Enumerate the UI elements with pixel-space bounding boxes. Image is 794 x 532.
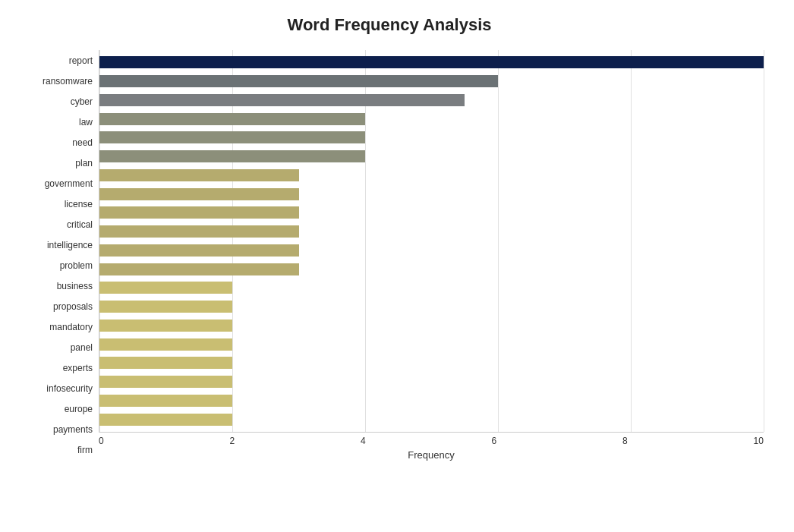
y-axis: reportransomwarecyberlawneedplangovernme… bbox=[15, 50, 99, 461]
bar bbox=[99, 263, 299, 275]
bar bbox=[99, 225, 299, 238]
y-label: infosecurity bbox=[46, 379, 93, 399]
bar-row bbox=[99, 260, 764, 279]
y-label: panel bbox=[71, 338, 93, 358]
bar bbox=[99, 282, 232, 294]
bar-row bbox=[99, 184, 764, 203]
bar-row bbox=[99, 373, 764, 392]
bar bbox=[99, 320, 232, 332]
x-axis-label: Frequency bbox=[99, 449, 764, 461]
bar-row bbox=[99, 297, 764, 316]
y-label: need bbox=[72, 132, 93, 153]
bar-row bbox=[99, 241, 764, 260]
bars-list bbox=[99, 50, 764, 432]
y-label: proposals bbox=[53, 297, 93, 317]
bar-row bbox=[99, 203, 764, 222]
grid-line bbox=[764, 50, 764, 432]
bar-row bbox=[99, 53, 764, 72]
bar bbox=[99, 56, 764, 68]
x-tick: 8 bbox=[622, 436, 628, 446]
y-label: government bbox=[45, 173, 93, 194]
bar bbox=[99, 94, 465, 106]
bar-row bbox=[99, 109, 764, 128]
y-label: mandatory bbox=[49, 317, 93, 338]
bar bbox=[99, 376, 232, 388]
x-tick: 4 bbox=[361, 436, 366, 446]
y-label: business bbox=[57, 276, 93, 297]
y-label: report bbox=[69, 50, 93, 71]
bar-row bbox=[99, 91, 764, 110]
bars-and-xaxis: 0246810 Frequency bbox=[99, 50, 764, 461]
x-tick: 6 bbox=[492, 436, 497, 446]
bar-row bbox=[99, 410, 764, 429]
y-label: ransomware bbox=[43, 71, 93, 91]
bar bbox=[99, 150, 365, 162]
y-label: license bbox=[65, 194, 93, 214]
bar-row bbox=[99, 147, 764, 166]
y-label: intelligence bbox=[47, 235, 93, 255]
x-tick: 0 bbox=[99, 436, 104, 446]
bar bbox=[99, 206, 299, 219]
chart-area: reportransomwarecyberlawneedplangovernme… bbox=[15, 50, 764, 461]
x-axis: 0246810 bbox=[99, 433, 764, 446]
bar-row bbox=[99, 354, 764, 373]
bar-row bbox=[99, 316, 764, 335]
bar bbox=[99, 244, 299, 257]
bar bbox=[99, 169, 299, 181]
y-label: experts bbox=[63, 358, 93, 379]
bar bbox=[99, 113, 365, 125]
bar bbox=[99, 414, 232, 426]
bar bbox=[99, 301, 232, 313]
bar-row bbox=[99, 279, 764, 297]
bar-row bbox=[99, 222, 764, 241]
bar-row bbox=[99, 166, 764, 185]
bar-row bbox=[99, 72, 764, 91]
y-label: payments bbox=[53, 420, 93, 440]
bar bbox=[99, 75, 498, 87]
y-label: firm bbox=[77, 440, 93, 461]
x-tick: 2 bbox=[230, 436, 235, 446]
bar bbox=[99, 131, 365, 143]
bar bbox=[99, 395, 232, 407]
y-label: law bbox=[79, 112, 93, 132]
bar bbox=[99, 357, 232, 369]
y-label: europe bbox=[65, 399, 93, 420]
y-label: critical bbox=[67, 214, 93, 235]
bar bbox=[99, 188, 299, 200]
chart-container: Word Frequency Analysis reportransomware… bbox=[0, 0, 794, 532]
x-tick: 10 bbox=[754, 436, 764, 446]
y-label: plan bbox=[75, 153, 93, 173]
bar-row bbox=[99, 335, 764, 354]
y-label: cyber bbox=[71, 91, 93, 112]
chart-title: Word Frequency Analysis bbox=[15, 15, 764, 35]
bars-area bbox=[99, 50, 764, 433]
bar-row bbox=[99, 128, 764, 147]
bar bbox=[99, 338, 232, 351]
y-label: problem bbox=[60, 255, 93, 275]
bar-row bbox=[99, 392, 764, 411]
